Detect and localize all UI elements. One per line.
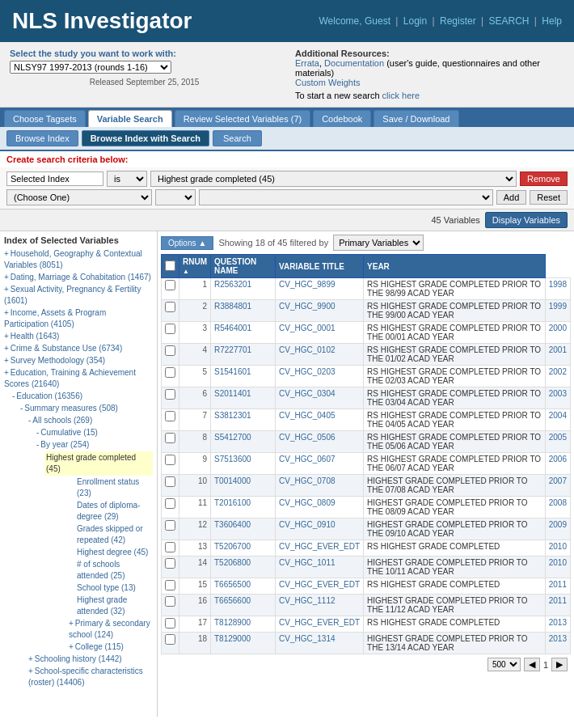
tab-variable-search[interactable]: Variable Search [88,110,172,127]
index-item[interactable]: +Health (1643) [4,331,153,342]
index-item-highlighted[interactable]: Highest grade completed (45) [44,451,153,476]
rnum-link[interactable]: T8128900 [214,618,251,627]
rnum-link[interactable]: S7513600 [214,455,251,463]
row-checkbox[interactable] [165,389,175,400]
rnum-link[interactable]: R2563201 [214,280,251,289]
register-link[interactable]: Register [440,15,476,27]
index-item[interactable]: +Household, Geography & Contextual Varia… [4,248,153,271]
value-two-select[interactable] [199,189,493,205]
row-checkbox[interactable] [165,367,175,378]
rnum-link[interactable]: S3812301 [214,411,251,420]
add-button[interactable]: Add [496,190,527,205]
tab-save-download[interactable]: Save / Download [374,110,458,127]
remove-button[interactable]: Remove [520,171,568,186]
qname-link[interactable]: CV_HGC_0708 [279,476,335,485]
options-button[interactable]: Options ▲ [161,236,213,250]
page-size-select[interactable]: 500 100 250 [487,658,521,671]
rnum-link[interactable]: T5206700 [214,542,251,551]
qname-link[interactable]: CV_HGC_EVER_EDT [279,542,360,551]
index-item[interactable]: Grades skipped or repeated (42) [44,523,153,546]
errata-link[interactable]: Errata [295,58,319,68]
index-item[interactable]: +Dating, Marriage & Cohabitation (1467) [4,272,153,283]
qname-link[interactable]: CV_HGC_0203 [279,367,335,376]
index-item[interactable]: Highest degree (45) [44,547,153,558]
row-checkbox[interactable] [165,558,175,569]
qname-link[interactable]: CV_HGC_9900 [279,302,335,311]
choose-one-select[interactable]: (Choose One) [6,189,152,205]
index-item[interactable]: +Crime & Substance Use (6734) [4,343,153,354]
rnum-link[interactable]: T6656500 [214,580,251,589]
th-qname[interactable]: QUESTION NAME [211,255,276,278]
row-checkbox[interactable] [165,596,175,607]
custom-weights-link[interactable]: Custom Weights [295,78,361,87]
documentation-link[interactable]: Documentation [324,58,384,68]
search-link[interactable]: SEARCH [488,15,529,27]
select-all-checkbox[interactable] [165,260,175,271]
subtab-browse-index-search[interactable]: Browse Index with Search [82,130,209,146]
help-link[interactable]: Help [542,15,562,27]
th-rnum[interactable]: RNUM [179,255,211,278]
rnum-link[interactable]: T2016100 [214,498,251,507]
qname-link[interactable]: CV_HGC_0607 [279,455,335,463]
rnum-link[interactable]: T3606400 [214,520,251,529]
index-item[interactable]: School type (13) [44,582,153,594]
index-item[interactable]: +Education, Training & Achievement Score… [4,367,153,390]
qname-link[interactable]: CV_HGC_0910 [279,520,335,529]
rnum-link[interactable]: T5206800 [214,558,251,567]
qname-link[interactable]: CV_HGC_EVER_EDT [279,580,360,589]
qname-link[interactable]: CV_HGC_0001 [279,324,335,332]
prev-page-button[interactable]: ◀ [524,658,540,671]
rnum-link[interactable]: S1541601 [214,367,251,376]
rnum-link[interactable]: S5412700 [214,433,251,442]
operator-two-select[interactable] [155,189,196,205]
qname-link[interactable]: CV_HGC_1314 [279,634,335,643]
row-checkbox[interactable] [165,520,175,531]
qname-link[interactable]: CV_HGC_0304 [279,389,335,398]
study-select[interactable]: NLSY97 1997-2013 (rounds 1-16) [10,61,171,74]
tab-review-selected[interactable]: Review Selected Variables (7) [175,110,311,127]
index-item[interactable]: -By year (254) [4,439,153,451]
row-checkbox[interactable] [165,345,175,356]
row-checkbox[interactable] [165,618,175,629]
index-item[interactable]: +Primary & secondary school (124) [36,618,153,641]
qname-link[interactable]: CV_HGC_0506 [279,433,335,442]
tab-codebook[interactable]: Codebook [313,110,371,127]
index-item[interactable]: -All schools (269) [4,415,153,426]
qname-link[interactable]: CV_HGC_9899 [279,280,335,289]
row-checkbox[interactable] [165,476,175,487]
index-item[interactable]: +College (115) [36,641,153,653]
index-item[interactable]: -Education (16356) [4,391,153,402]
tab-choose-tagsets[interactable]: Choose Tagsets [4,110,86,127]
row-checkbox[interactable] [165,455,175,465]
rnum-link[interactable]: R3884801 [214,302,251,311]
login-link[interactable]: Login [403,15,427,27]
qname-link[interactable]: CV_HGC_EVER_EDT [279,618,360,627]
row-checkbox[interactable] [165,324,175,334]
row-checkbox[interactable] [165,433,175,443]
row-checkbox[interactable] [165,302,175,312]
filter-type-select[interactable]: Primary Variables All Variables [333,235,424,251]
row-checkbox[interactable] [165,411,175,421]
index-item[interactable]: +Sexual Activity, Pregnancy & Fertility … [4,284,153,307]
index-item[interactable]: +Survey Methodology (354) [4,355,153,366]
rnum-link[interactable]: T6656600 [214,596,251,605]
rnum-link[interactable]: T8129000 [214,634,251,643]
filter-field-input[interactable] [6,171,103,186]
rnum-link[interactable]: S2011401 [214,389,251,398]
index-item[interactable]: -Cumulative (15) [4,427,153,438]
qname-link[interactable]: CV_HGC_1112 [279,596,335,605]
qname-link[interactable]: CV_HGC_0405 [279,411,335,420]
reset-button[interactable]: Reset [530,190,568,205]
th-vartitle[interactable]: VARIABLE TITLE [276,255,364,278]
rnum-link[interactable]: R7227701 [214,345,251,354]
row-checkbox[interactable] [165,280,175,290]
index-item[interactable]: Dates of diploma-degree (29) [44,500,153,523]
display-variables-button[interactable]: Display Variables [485,212,568,228]
index-item[interactable]: +School-specific characteristics (roster… [4,666,153,688]
subtab-browse-index[interactable]: Browse Index [6,130,78,146]
filter-operator-select[interactable]: is [107,171,147,187]
th-year[interactable]: YEAR [364,255,546,278]
next-page-button[interactable]: ▶ [551,658,568,671]
row-checkbox[interactable] [165,498,175,509]
row-checkbox[interactable] [165,580,175,590]
